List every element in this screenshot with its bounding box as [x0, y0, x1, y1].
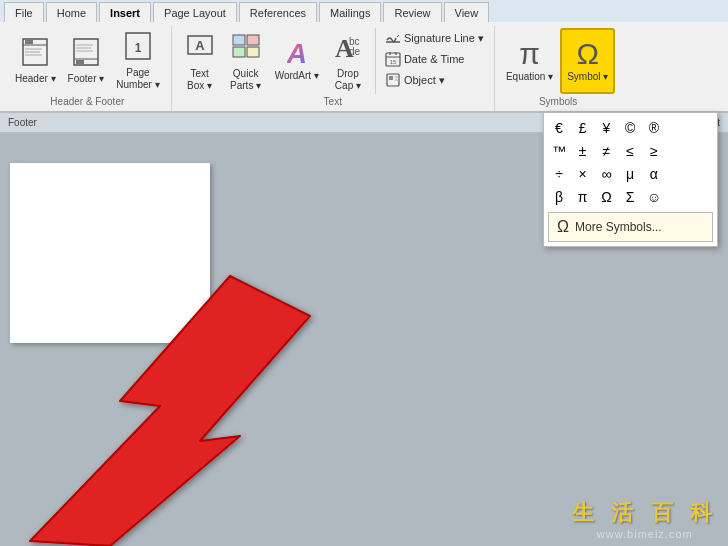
symbol-geq[interactable]: ≥	[643, 140, 665, 162]
symbol-euro[interactable]: €	[548, 117, 570, 139]
watermark-chinese: 生 活 百 科	[572, 498, 719, 528]
drop-cap-button[interactable]: A bc de DropCap ▾	[326, 28, 370, 94]
more-symbols-icon: Ω	[557, 218, 569, 236]
symbol-empty5	[667, 163, 689, 185]
symbol-pound[interactable]: £	[572, 117, 594, 139]
quick-parts-button[interactable]: QuickParts ▾	[224, 28, 268, 94]
symbol-yen[interactable]: ¥	[595, 117, 617, 139]
symbol-grid: € £ ¥ © ® ™ ± ≠ ≤ ≥ ÷ × ∞ μ α β π Ω Σ ☺	[548, 117, 713, 208]
symbol-times[interactable]: ×	[572, 163, 594, 185]
symbol-trademark[interactable]: ™	[548, 140, 570, 162]
symbol-alpha[interactable]: α	[643, 163, 665, 185]
svg-rect-8	[76, 60, 84, 64]
wordart-icon: A	[287, 40, 307, 68]
symbol-copyright[interactable]: ©	[619, 117, 641, 139]
header-footer-items: Header ▾ Footer ▾	[10, 28, 165, 96]
text-box-icon: A	[185, 31, 215, 66]
object-button[interactable]: Object ▾	[381, 70, 488, 90]
symbol-smiley[interactable]: ☺	[643, 186, 665, 208]
tab-insert[interactable]: Insert	[99, 2, 151, 22]
status-footer: Footer	[8, 117, 37, 128]
tab-review[interactable]: Review	[383, 2, 441, 22]
tab-home[interactable]: Home	[46, 2, 97, 22]
quick-parts-label: QuickParts ▾	[230, 68, 261, 92]
equation-button[interactable]: π Equation ▾	[501, 28, 558, 94]
signature-line-icon	[385, 30, 401, 46]
page-number-button[interactable]: 1 PageNumber ▾	[111, 28, 164, 94]
svg-text:15: 15	[390, 59, 397, 65]
footer-icon	[71, 37, 101, 71]
page-number-label: PageNumber ▾	[116, 67, 159, 91]
tab-mailings[interactable]: Mailings	[319, 2, 381, 22]
symbol-empty8	[690, 186, 712, 208]
more-symbols-button[interactable]: Ω More Symbols...	[548, 212, 713, 242]
svg-text:A: A	[195, 38, 205, 53]
drop-cap-label: DropCap ▾	[335, 68, 361, 92]
date-time-label: Date & Time	[404, 53, 465, 65]
quick-parts-icon	[231, 31, 261, 66]
tab-file[interactable]: File	[4, 2, 44, 22]
symbols-group-label: Symbols	[539, 96, 577, 109]
svg-rect-19	[247, 47, 259, 57]
text-small-items: Signature Line ▾ 15 Date & Time	[381, 28, 488, 94]
symbol-empty6	[690, 163, 712, 185]
symbol-divide[interactable]: ÷	[548, 163, 570, 185]
header-button[interactable]: Header ▾	[10, 28, 61, 94]
document-page	[10, 163, 210, 343]
text-group-label: Text	[324, 96, 342, 109]
symbol-pi[interactable]: π	[572, 186, 594, 208]
header-footer-group-label: Header & Footer	[50, 96, 124, 109]
tab-view[interactable]: View	[444, 2, 490, 22]
symbol-label: Symbol ▾	[567, 71, 608, 83]
tab-page-layout[interactable]: Page Layout	[153, 2, 237, 22]
symbol-beta[interactable]: β	[548, 186, 570, 208]
equation-icon: π	[519, 39, 540, 69]
svg-rect-31	[389, 76, 393, 80]
symbol-empty7	[667, 186, 689, 208]
svg-rect-2	[25, 40, 33, 44]
symbol-infinity[interactable]: ∞	[595, 163, 617, 185]
text-separator	[375, 28, 376, 94]
header-label: Header ▾	[15, 73, 56, 85]
symbol-omega[interactable]: Ω	[595, 186, 617, 208]
footer-button[interactable]: Footer ▾	[63, 28, 110, 94]
text-box-button[interactable]: A TextBox ▾	[178, 28, 222, 94]
symbol-registered[interactable]: ®	[643, 117, 665, 139]
symbol-notequal[interactable]: ≠	[595, 140, 617, 162]
ribbon-tab-bar: File Home Insert Page Layout References …	[0, 0, 728, 22]
signature-line-button[interactable]: Signature Line ▾	[381, 28, 488, 48]
symbol-empty3	[667, 140, 689, 162]
group-symbols: π Equation ▾ Ω Symbol ▾ Symbols	[495, 26, 621, 111]
symbol-dropdown: € £ ¥ © ® ™ ± ≠ ≤ ≥ ÷ × ∞ μ α β π Ω Σ ☺ …	[543, 112, 718, 247]
text-items: A TextBox ▾ QuickParts ▾	[178, 28, 488, 96]
symbol-mu[interactable]: μ	[619, 163, 641, 185]
group-text: A TextBox ▾ QuickParts ▾	[172, 26, 495, 111]
header-icon	[20, 37, 50, 71]
symbols-items: π Equation ▾ Ω Symbol ▾	[501, 28, 615, 96]
svg-rect-18	[233, 47, 245, 57]
wordart-button[interactable]: A WordArt ▾	[270, 28, 324, 94]
tab-references[interactable]: References	[239, 2, 317, 22]
group-header-footer: Header ▾ Footer ▾	[4, 26, 172, 111]
date-time-button[interactable]: 15 Date & Time	[381, 49, 488, 69]
footer-label: Footer ▾	[68, 73, 105, 85]
object-label: Object ▾	[404, 74, 445, 87]
symbol-leq[interactable]: ≤	[619, 140, 641, 162]
svg-rect-16	[233, 35, 245, 45]
watermark-url: www.bimeiz.com	[572, 528, 719, 540]
symbol-sigma[interactable]: Σ	[619, 186, 641, 208]
symbol-empty2	[690, 117, 712, 139]
symbol-plusminus[interactable]: ±	[572, 140, 594, 162]
svg-text:1: 1	[135, 41, 142, 55]
equation-label: Equation ▾	[506, 71, 553, 83]
object-icon	[385, 72, 401, 88]
svg-line-24	[397, 35, 399, 37]
date-time-icon: 15	[385, 51, 401, 67]
text-box-label: TextBox ▾	[187, 68, 212, 92]
page-number-icon: 1	[123, 31, 153, 65]
signature-line-label: Signature Line ▾	[404, 32, 484, 45]
watermark: 生 活 百 科 www.bimeiz.com	[572, 498, 719, 540]
symbol-button[interactable]: Ω Symbol ▾	[560, 28, 615, 94]
svg-rect-17	[247, 35, 259, 45]
more-symbols-label: More Symbols...	[575, 220, 662, 234]
